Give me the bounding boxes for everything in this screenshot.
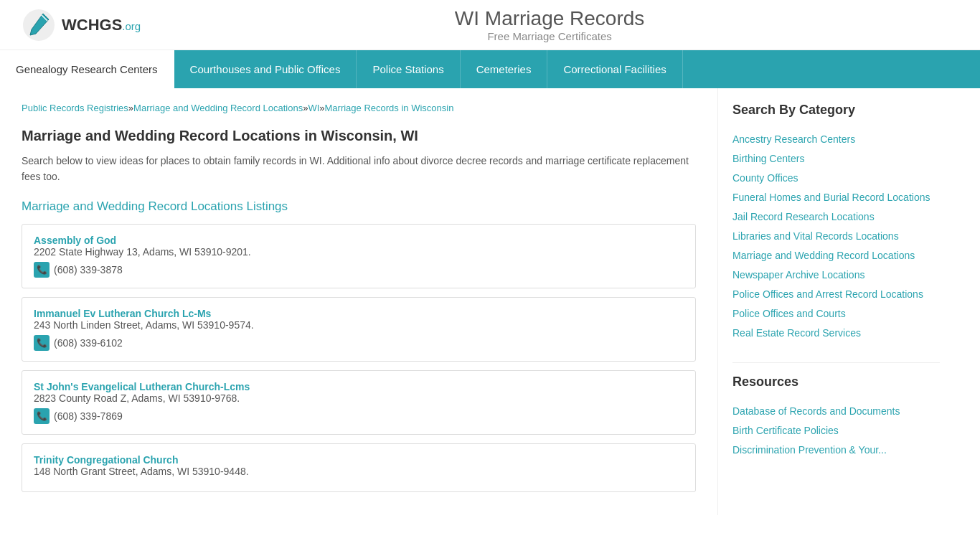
sidebar-link-police-arrest[interactable]: Police Offices and Arrest Record Locatio… — [732, 287, 940, 302]
nav-item-police[interactable]: Police Stations — [357, 50, 460, 88]
listing-address-1: 2202 State Highway 13, Adams, WI 53910-9… — [34, 246, 684, 258]
sidebar-link-item: Police Offices and Arrest Record Locatio… — [732, 287, 940, 302]
sidebar-link-item: Ancestry Research Centers — [732, 132, 940, 147]
sidebar-link-funeral[interactable]: Funeral Homes and Burial Record Location… — [732, 190, 940, 205]
listing-phone-2: 📞 (608) 339-6102 — [34, 335, 684, 351]
site-title-area: WI Marriage Records Free Marriage Certif… — [141, 7, 958, 42]
listing-card-4: Trinity Congregational Church 148 North … — [22, 443, 696, 492]
sidebar-link-item: Birthing Centers — [732, 151, 940, 166]
listing-phone-number-2: (608) 339-6102 — [54, 337, 123, 349]
sidebar-divider — [732, 362, 940, 363]
sidebar-link-item: Funeral Homes and Burial Record Location… — [732, 190, 940, 205]
listing-address-4: 148 North Grant Street, Adams, WI 53910-… — [34, 466, 684, 477]
page-description: Search below to view ideas for places to… — [22, 153, 696, 185]
listing-name-1[interactable]: Assembly of God — [34, 235, 116, 246]
listing-name-3[interactable]: St John's Evangelical Lutheran Church-Lc… — [34, 381, 250, 392]
listing-card-2: Immanuel Ev Lutheran Church Lc-Ms 243 No… — [22, 297, 696, 362]
site-header: WCHGS.org WI Marriage Records Free Marri… — [0, 0, 980, 50]
breadcrumb-link-4[interactable]: Marriage Records in Wisconsin — [325, 103, 454, 113]
sidebar-link-real-estate[interactable]: Real Estate Record Services — [732, 326, 940, 341]
nav-item-genealogy[interactable]: Genealogy Research Centers — [0, 50, 174, 88]
listing-card-1: Assembly of God 2202 State Highway 13, A… — [22, 224, 696, 288]
logo-area: WCHGS.org — [22, 8, 141, 42]
phone-icon-1: 📞 — [34, 262, 50, 278]
listing-card-3: St John's Evangelical Lutheran Church-Lc… — [22, 370, 696, 435]
site-subtitle: Free Marriage Certificates — [141, 30, 958, 42]
sidebar-resource-discrimination[interactable]: Discrimination Prevention & Your... — [732, 443, 940, 458]
sidebar-resources-title: Resources — [732, 375, 940, 394]
sidebar-link-item: Police Offices and Courts — [732, 306, 940, 321]
breadcrumb: Public Records Registries»Marriage and W… — [22, 103, 696, 113]
nav-item-cemeteries[interactable]: Cemeteries — [461, 50, 548, 88]
sidebar-resource-item: Database of Records and Documents — [732, 404, 940, 419]
sidebar-link-item: Jail Record Research Locations — [732, 209, 940, 225]
breadcrumb-link-2[interactable]: Marriage and Wedding Record Locations — [133, 103, 303, 113]
sidebar-link-marriage[interactable]: Marriage and Wedding Record Locations — [732, 248, 940, 263]
listing-phone-1: 📞 (608) 339-3878 — [34, 262, 684, 278]
sidebar-resource-item: Birth Certificate Policies — [732, 423, 940, 438]
sidebar-category-title: Search By Category — [732, 103, 940, 122]
sidebar-link-libraries[interactable]: Libraries and Vital Records Locations — [732, 229, 940, 244]
sidebar-link-ancestry[interactable]: Ancestry Research Centers — [732, 132, 940, 147]
sidebar-link-birthing[interactable]: Birthing Centers — [732, 151, 940, 166]
breadcrumb-link-3[interactable]: WI — [308, 103, 319, 113]
nav-item-courthouses[interactable]: Courthouses and Public Offices — [174, 50, 357, 88]
phone-icon-3: 📞 — [34, 408, 50, 424]
listing-address-2: 243 North Linden Street, Adams, WI 53910… — [34, 319, 684, 331]
sidebar-link-county[interactable]: County Offices — [732, 171, 940, 186]
sidebar-link-item: Marriage and Wedding Record Locations — [732, 248, 940, 263]
sidebar-link-item: Newspaper Archive Locations — [732, 268, 940, 283]
content-area: Public Records Registries»Marriage and W… — [0, 88, 717, 515]
sidebar-link-item: Libraries and Vital Records Locations — [732, 229, 940, 244]
breadcrumb-link-1[interactable]: Public Records Registries — [22, 103, 128, 113]
sidebar-link-jail[interactable]: Jail Record Research Locations — [732, 209, 940, 225]
sidebar-link-police-courts[interactable]: Police Offices and Courts — [732, 306, 940, 321]
listing-address-3: 2823 County Road Z, Adams, WI 53910-9768… — [34, 392, 684, 404]
site-title: WI Marriage Records — [141, 7, 958, 30]
sidebar: Search By Category Ancestry Research Cen… — [717, 88, 954, 515]
listing-name-4[interactable]: Trinity Congregational Church — [34, 454, 178, 466]
listing-phone-number-1: (608) 339-3878 — [54, 264, 123, 276]
listing-phone-3: 📞 (608) 339-7869 — [34, 408, 684, 424]
sidebar-resource-database[interactable]: Database of Records and Documents — [732, 404, 940, 419]
sidebar-resource-item: Discrimination Prevention & Your... — [732, 443, 940, 458]
listing-phone-number-3: (608) 339-7869 — [54, 410, 123, 422]
logo-text: WCHGS.org — [62, 16, 141, 34]
listing-name-2[interactable]: Immanuel Ev Lutheran Church Lc-Ms — [34, 308, 211, 319]
sidebar-resources-links: Database of Records and Documents Birth … — [732, 404, 940, 458]
sidebar-resource-birth[interactable]: Birth Certificate Policies — [732, 423, 940, 438]
logo-icon — [22, 8, 56, 42]
phone-icon-2: 📞 — [34, 335, 50, 351]
sidebar-link-item: Real Estate Record Services — [732, 326, 940, 341]
listings-title: Marriage and Wedding Record Locations Li… — [22, 199, 696, 214]
main-layout: Public Records Registries»Marriage and W… — [0, 88, 980, 515]
sidebar-category-links: Ancestry Research Centers Birthing Cente… — [732, 132, 940, 341]
main-nav: Genealogy Research Centers Courthouses a… — [0, 50, 980, 88]
page-title: Marriage and Wedding Record Locations in… — [22, 128, 696, 144]
nav-item-correctional[interactable]: Correctional Facilities — [547, 50, 682, 88]
sidebar-link-newspaper[interactable]: Newspaper Archive Locations — [732, 268, 940, 283]
sidebar-link-item: County Offices — [732, 171, 940, 186]
